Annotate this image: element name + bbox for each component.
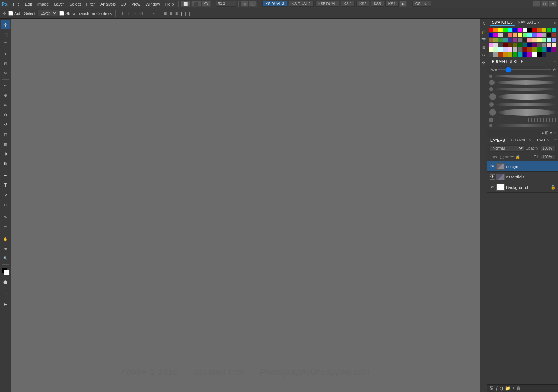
- swatch-50[interactable]: [527, 43, 532, 47]
- quick-mask-button[interactable]: ⬤: [1, 277, 10, 286]
- ks-dual2-button[interactable]: KS DUAL 2: [289, 1, 314, 7]
- layers-tab[interactable]: LAYERS: [487, 137, 508, 144]
- swatch-60[interactable]: [508, 47, 512, 52]
- brush-tool[interactable]: ✏: [1, 100, 10, 109]
- minimize-button[interactable]: ─: [533, 1, 540, 7]
- transform-controls-checkbox[interactable]: [59, 11, 64, 16]
- dodge-tool[interactable]: ◐: [1, 159, 10, 168]
- clone-tool[interactable]: ⊛: [1, 110, 10, 119]
- rotate-tool[interactable]: ↻: [1, 244, 10, 253]
- layer-effect-button[interactable]: ƒ: [496, 386, 498, 391]
- mini-tool-1[interactable]: ✎: [480, 20, 487, 27]
- swatch-63[interactable]: [523, 47, 527, 52]
- swatch-79[interactable]: [532, 52, 537, 57]
- swatch-15[interactable]: [493, 33, 498, 37]
- marquee-tool[interactable]: ⬚: [1, 30, 10, 39]
- fg-bg-colors[interactable]: [1, 267, 10, 276]
- menu-window[interactable]: Window: [143, 1, 162, 7]
- layer-essentials-visibility[interactable]: 👁: [490, 174, 495, 180]
- eraser-tool[interactable]: ◻: [1, 130, 10, 139]
- swatch-77[interactable]: [523, 52, 527, 57]
- swatch-76[interactable]: [518, 52, 522, 57]
- hand-tool[interactable]: ✋: [1, 234, 10, 243]
- swatch-62[interactable]: [518, 47, 522, 52]
- swatch-39[interactable]: [542, 38, 546, 42]
- brush-preset-7[interactable]: [489, 117, 557, 122]
- swatch-5[interactable]: [513, 28, 517, 32]
- history-brush-tool[interactable]: ↺: [1, 120, 10, 129]
- layer-delete-button[interactable]: 🗑: [516, 386, 521, 391]
- swatch-52[interactable]: [537, 43, 542, 47]
- layer-design[interactable]: 👁 design: [487, 161, 558, 172]
- swatch-12[interactable]: [547, 28, 551, 32]
- swatch-29[interactable]: [493, 38, 498, 42]
- swatch-21[interactable]: [523, 33, 527, 37]
- swatch-0[interactable]: [489, 28, 493, 32]
- ks4-button[interactable]: KS4: [385, 1, 399, 7]
- menu-3d[interactable]: 3D: [119, 1, 128, 7]
- swatch-70[interactable]: [489, 52, 493, 57]
- swatch-65[interactable]: [532, 47, 537, 52]
- align-bottom-button[interactable]: ⊦: [133, 10, 137, 17]
- pen-tool[interactable]: ✒: [1, 171, 10, 180]
- layer-link-button[interactable]: ⛓: [490, 386, 494, 391]
- brush-scroll-up[interactable]: ▲: [540, 130, 545, 136]
- distribute-right-button[interactable]: |: [188, 10, 191, 17]
- ks2-button[interactable]: KS2: [356, 1, 369, 7]
- swatch-75[interactable]: [513, 52, 517, 57]
- ks5-dual-button[interactable]: KS5 DUAL: [315, 1, 339, 7]
- swatch-4[interactable]: [508, 28, 512, 32]
- layer-mask-button[interactable]: ◑: [500, 386, 503, 391]
- swatch-51[interactable]: [532, 43, 537, 47]
- swatch-16[interactable]: [498, 33, 503, 37]
- swatch-58[interactable]: [498, 47, 503, 52]
- menu-analysis[interactable]: Analysis: [98, 1, 118, 7]
- menu-view[interactable]: View: [129, 1, 143, 7]
- swatch-17[interactable]: [503, 33, 508, 37]
- mini-tool-6[interactable]: ⚙: [480, 59, 487, 66]
- swatch-36[interactable]: [527, 38, 532, 42]
- layer-essentials[interactable]: 👁 essentials: [487, 172, 558, 182]
- paths-tab[interactable]: PATHS: [534, 137, 552, 144]
- swatch-30[interactable]: [498, 38, 503, 42]
- menu-filter[interactable]: Filter: [84, 1, 97, 7]
- swatch-80[interactable]: [537, 52, 542, 57]
- brush-size-slider[interactable]: [498, 69, 551, 70]
- swatch-13[interactable]: [552, 28, 556, 32]
- menu-file[interactable]: File: [11, 1, 22, 7]
- swatch-45[interactable]: [503, 43, 508, 47]
- swatch-42[interactable]: [489, 43, 493, 47]
- layer-background-visibility[interactable]: 👁: [490, 185, 495, 190]
- swatch-64[interactable]: [527, 47, 532, 52]
- swatch-54[interactable]: [547, 43, 551, 47]
- brush-preset-2[interactable]: [489, 79, 557, 86]
- restore-button[interactable]: □: [541, 1, 548, 7]
- zoom-input[interactable]: [216, 1, 236, 7]
- brush-scroll-down[interactable]: ▼: [549, 130, 553, 136]
- video-preview-button[interactable]: ▶: [1, 299, 10, 308]
- swatch-6[interactable]: [518, 28, 522, 32]
- menu-image[interactable]: Image: [35, 1, 51, 7]
- ks3-button[interactable]: KS3: [371, 1, 384, 7]
- swatch-56[interactable]: [489, 47, 493, 52]
- brush-presets-menu[interactable]: ≡: [554, 60, 556, 64]
- swatch-24[interactable]: [537, 33, 542, 37]
- standard-mode-button[interactable]: ⬜: [181, 1, 190, 7]
- distribute-hcenter-button[interactable]: |: [184, 10, 187, 17]
- shape-tool[interactable]: ◻: [1, 200, 10, 209]
- swatch-68[interactable]: [547, 47, 551, 52]
- swatch-69[interactable]: [552, 47, 556, 52]
- blend-mode-dropdown[interactable]: Normal: [490, 145, 524, 152]
- mode-button-3[interactable]: 🖵: [202, 1, 211, 7]
- menu-layer[interactable]: Layer: [52, 1, 66, 7]
- channels-tab[interactable]: CHANNELS: [508, 137, 534, 144]
- swatch-78[interactable]: [527, 52, 532, 57]
- lasso-tool[interactable]: ⌒: [1, 40, 10, 49]
- swatch-28[interactable]: [489, 38, 493, 42]
- fill-input[interactable]: [541, 154, 556, 160]
- screen-mode-button[interactable]: ⬚: [1, 290, 10, 299]
- crop-tool[interactable]: ⊡: [1, 59, 10, 68]
- swatch-37[interactable]: [532, 38, 537, 42]
- swatch-57[interactable]: [493, 47, 498, 52]
- brush-panel-menu[interactable]: ≡: [553, 130, 556, 136]
